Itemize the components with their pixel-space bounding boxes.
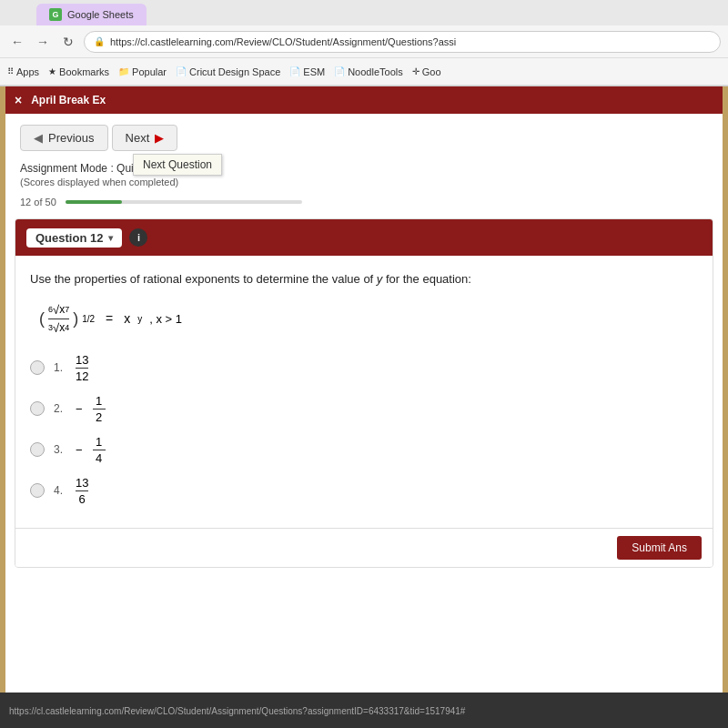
tab-label: Google Sheets (67, 9, 134, 20)
assignment-panel: × April Break Ex ◀ Previous Next ▶ Next … (5, 86, 723, 693)
bookmarks-bar: ⠿ Apps ★ Bookmarks 📁 Popular 📄 Cricut De… (0, 58, 728, 86)
frac-bottom-2: 2 (93, 410, 106, 424)
panel-title: April Break Ex (31, 94, 106, 106)
next-label: Next (126, 131, 150, 145)
folder-icon: 📁 (118, 66, 129, 76)
assignment-info: Assignment Mode : Quiz (Scores displayed… (5, 158, 723, 191)
bookmark-apps-label: Apps (16, 66, 39, 77)
address-bar-row: ← → ↻ 🔒 https://cl.castlelearning.com/Re… (0, 25, 728, 58)
tooltip-text: Next Question (143, 158, 212, 171)
progress-section: 12 of 50 (5, 191, 723, 215)
prev-arrow-icon: ◀ (34, 131, 43, 145)
nav-section: ◀ Previous Next ▶ Next Question (5, 114, 723, 158)
bookmark-cricut[interactable]: 📄 Cricut Design Space (176, 66, 280, 77)
apps-icon: ⠿ (7, 66, 14, 76)
lock-icon: 🔒 (94, 36, 105, 46)
bookmark-cricut-label: Cricut Design Space (189, 66, 280, 77)
choice-fraction-3: 1 4 (93, 435, 106, 465)
bookmark-popular-label: Popular (132, 66, 167, 77)
radio-2[interactable] (30, 401, 45, 416)
frac-top-4: 13 (76, 476, 88, 491)
browser-chrome: G Google Sheets ← → ↻ 🔒 https://cl.castl… (0, 0, 728, 86)
next-button[interactable]: Next ▶ (112, 125, 178, 151)
neg-sign-2: − (76, 402, 83, 416)
choice-fraction-1: 13 12 (76, 353, 88, 383)
choice-num-3: 3. (54, 443, 66, 456)
answer-choices: 1. 13 12 2. − 1 2 (30, 353, 698, 506)
doc-icon-noodle: 📄 (334, 66, 345, 76)
choice-num-1: 1. (54, 361, 66, 374)
bookmark-noodle-label: NoodleTools (348, 66, 403, 77)
question-label: Question 12 (35, 231, 103, 245)
choice-row-4[interactable]: 4. 13 6 (30, 476, 698, 506)
main-content: × April Break Ex ◀ Previous Next ▶ Next … (0, 86, 728, 693)
progress-bar-background (66, 200, 302, 204)
panel-header: × April Break Ex (5, 86, 723, 114)
bookmark-esm[interactable]: 📄 ESM (289, 66, 325, 77)
radio-3[interactable] (30, 442, 45, 457)
previous-button[interactable]: ◀ Previous (20, 125, 108, 151)
browser-tab[interactable]: G Google Sheets (36, 4, 147, 25)
bookmark-noodle[interactable]: 📄 NoodleTools (334, 66, 403, 77)
frac-bottom-4: 6 (76, 491, 88, 506)
bookmark-google[interactable]: ✛ Goo (412, 66, 441, 77)
frac-top-2: 1 (93, 394, 106, 410)
next-question-tooltip: Next Question (133, 154, 222, 176)
question-dropdown-icon: ▾ (108, 233, 113, 243)
scores-note-text: (Scores displayed when completed) (20, 177, 178, 187)
address-text: https://cl.castlelearning.com/Review/CLO… (110, 36, 456, 47)
reload-button[interactable]: ↻ (58, 32, 78, 52)
submit-button[interactable]: Submit Ans (617, 536, 702, 560)
tab-icon: G (49, 8, 62, 21)
question-text: Use the properties of rational exponents… (30, 270, 698, 288)
neg-sign-3: − (76, 443, 83, 457)
address-box[interactable]: 🔒 https://cl.castlelearning.com/Review/C… (84, 31, 721, 53)
status-bar: https://cl.castlelearning.com/Review/CLO… (0, 693, 728, 728)
info-icon[interactable]: i (129, 228, 147, 247)
bookmark-apps[interactable]: ⠿ Apps (7, 66, 39, 77)
bookmark-google-label: Goo (422, 66, 441, 77)
bookmark-bookmarks-label: Bookmarks (59, 66, 109, 77)
variable-y: y (377, 272, 383, 286)
choice-row-1[interactable]: 1. 13 12 (30, 353, 698, 383)
question-card: Question 12 ▾ i Use the properties of ra… (15, 218, 713, 568)
scores-note: (Scores displayed when completed) (20, 177, 708, 187)
frac-bottom-1: 12 (76, 369, 88, 383)
assignment-mode: Assignment Mode : Quiz (20, 162, 708, 175)
progress-bar-fill (66, 200, 122, 204)
forward-button[interactable]: → (33, 32, 53, 52)
choice-row-3[interactable]: 3. − 1 4 (30, 435, 698, 465)
close-button[interactable]: × (15, 93, 22, 107)
tab-bar: G Google Sheets (0, 0, 728, 25)
submit-area: Submit Ans (15, 528, 713, 567)
math-expression: ( 6 √ x 7 3 √ (39, 303, 698, 335)
back-button[interactable]: ← (7, 32, 27, 52)
choice-num-4: 4. (54, 484, 66, 497)
choice-fraction-4: 13 6 (76, 476, 88, 506)
next-arrow-icon: ▶ (155, 131, 164, 145)
question-label-box[interactable]: Question 12 ▾ (26, 228, 122, 248)
bookmark-popular[interactable]: 📁 Popular (118, 66, 167, 77)
progress-label: 12 of 50 (20, 197, 56, 207)
doc-icon-cricut: 📄 (176, 66, 187, 76)
doc-icon-esm: 📄 (289, 66, 300, 76)
frac-top-3: 1 (93, 435, 106, 450)
choice-fraction-2: 1 2 (93, 394, 106, 424)
frac-top-1: 13 (76, 353, 88, 369)
radio-4[interactable] (30, 483, 45, 498)
bookmark-bookmarks[interactable]: ★ Bookmarks (48, 66, 109, 77)
frac-bottom-3: 4 (93, 450, 106, 465)
choice-row-2[interactable]: 2. − 1 2 (30, 394, 698, 424)
bookmark-esm-label: ESM (303, 66, 325, 77)
previous-label: Previous (48, 131, 95, 145)
status-url: https://cl.castlelearning.com/Review/CLO… (9, 706, 719, 716)
question-body: Use the properties of rational exponents… (15, 256, 713, 528)
choice-num-2: 2. (54, 402, 66, 415)
plus-icon-google: ✛ (412, 66, 420, 76)
assignment-mode-text: Assignment Mode : Quiz (20, 162, 139, 175)
radio-1[interactable] (30, 360, 45, 375)
star-icon: ★ (48, 66, 56, 76)
question-header: Question 12 ▾ i (15, 219, 713, 256)
